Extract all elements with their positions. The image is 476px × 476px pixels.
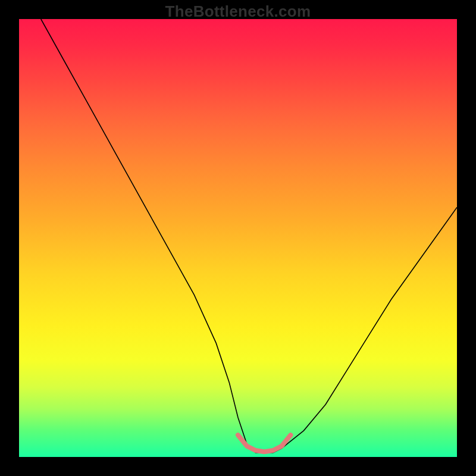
bottleneck-curve — [41, 19, 457, 453]
plot-area — [19, 19, 457, 457]
chart-svg — [19, 19, 457, 457]
watermark-text: TheBottleneck.com — [0, 2, 476, 21]
chart-frame: TheBottleneck.com — [0, 0, 476, 476]
optimal-range-marker — [238, 435, 290, 452]
